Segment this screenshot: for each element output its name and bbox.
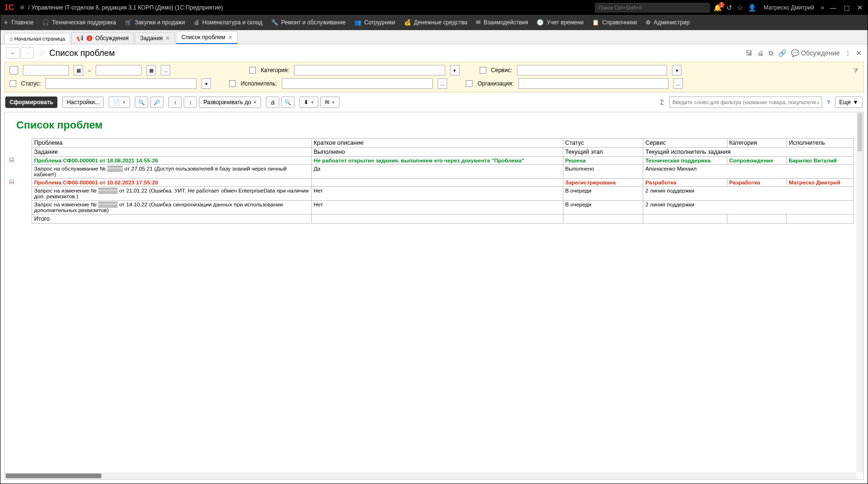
table-row[interactable]: Запрос на изменение № ▒▒▒▒▒ от 21.01.22 … [8,187,854,201]
find-button[interactable]: 🔍 [135,97,148,108]
send-report-button[interactable]: ✉▼ [320,97,340,108]
view-menu-icon[interactable]: ≡ [818,5,826,11]
back-button[interactable]: ← [6,47,20,59]
org-more-button[interactable]: … [673,78,683,89]
report-table: Проблема Краткое описание Статус Сервис … [8,138,854,224]
org-checkbox[interactable] [466,80,472,87]
col-task[interactable]: Задание [32,148,311,157]
global-search-input[interactable] [595,3,710,12]
funnel-icon[interactable]: ⧩ [853,66,858,75]
help-button[interactable]: ? [827,99,830,105]
dropdown-icon[interactable]: ▾ [450,65,460,75]
nav-item-purchases[interactable]: 🛒Закупки и продажи [125,19,185,26]
collapse-icon[interactable]: − [10,180,14,184]
col-problem[interactable]: Проблема [32,139,311,148]
col-stage[interactable]: Текущий этап [563,148,643,157]
nav-item-support[interactable]: 🎧Техническая поддержка [42,19,116,26]
col-status[interactable]: Статус [563,139,643,148]
discuss-button[interactable]: 💬 Обсуждение [791,49,840,57]
status-input[interactable] [45,78,197,89]
status-label: Статус: [21,80,41,87]
tab-home[interactable]: ⌂ Начальная страница [4,33,70,44]
scrollbar-vertical[interactable] [857,112,863,473]
nav-item-catalogs[interactable]: 📋Справочники [592,19,637,26]
expand-to-button[interactable]: Разворачивать до ▼ [199,97,261,108]
expand-groups-button[interactable]: ↕ [184,97,197,108]
date-to-input[interactable] [96,65,142,75]
group-row[interactable]: − Проблема СФ00-000001 от 10.02.2023 17:… [8,179,854,187]
save-icon[interactable]: 🖫 [746,49,752,57]
nav-item-time[interactable]: 🕑Учет времени [537,19,583,26]
category-checkbox[interactable] [249,67,256,74]
kebab-icon[interactable]: ⋮ [845,49,851,57]
service-checkbox[interactable] [480,67,486,74]
user-name[interactable]: Матреско Дмитрий [760,4,818,11]
nav-item-repair[interactable]: 🔧Ремонт и обслуживание [271,19,346,26]
preview-button[interactable]: 🔍 [281,97,295,108]
close-icon[interactable]: ✕ [165,35,170,42]
link-icon[interactable]: 🔗 [778,49,786,57]
bell-icon[interactable]: 🔔1 [714,4,722,11]
close-window-icon[interactable]: ✕ [854,4,866,11]
col-performer[interactable]: Исполнитель [787,139,854,148]
close-page-icon[interactable]: ✕ [856,49,862,57]
maximize-icon[interactable]: ▢ [841,4,853,11]
minimize-icon[interactable]: — [827,4,839,11]
period-more-button[interactable]: … [161,65,170,75]
org-label: Организация: [477,80,514,87]
category-input[interactable] [294,65,445,75]
service-input[interactable] [517,65,667,75]
calendar-icon[interactable]: ▦ [146,65,156,75]
settings-button[interactable]: Настройки... [62,97,104,108]
col-done[interactable]: Выполнено [311,148,563,157]
collapse-icon[interactable]: − [10,158,14,162]
save-report-button[interactable]: ⬇▼ [299,97,319,108]
nav-item-money[interactable]: 💰Денежные средства [404,19,468,26]
col-service[interactable]: Сервис [643,139,727,148]
col-summary[interactable]: Краткое описание [311,139,563,148]
group-row[interactable]: − Проблема СФ00-000001 от 18.08.2021 14:… [8,157,854,165]
nav-item-interactions[interactable]: ✉Взаимодействия [476,19,528,26]
doc-link-icon[interactable]: ⧉ [769,49,773,57]
find-next-button[interactable]: 🔎 [150,97,164,108]
burger-icon[interactable]: ≡ [16,3,28,12]
dropdown-icon[interactable]: ▾ [672,65,681,75]
nav-item-stock[interactable]: 🖨Номенклатура и склад [194,19,263,26]
report-filter-input[interactable] [669,97,822,108]
col-task-performer[interactable]: Текущий исполнитель задания [643,148,854,157]
nav-item-staff[interactable]: 👥Сотрудники [354,19,396,26]
col-category[interactable]: Категория [727,139,787,148]
favorite-icon[interactable]: ☆ [38,48,45,58]
scrollbar-horizontal[interactable] [5,473,857,479]
history-icon[interactable]: ↺ [726,4,732,11]
org-input[interactable] [518,78,669,89]
nav-item-admin[interactable]: ⚙Администрир [646,19,690,26]
forward-button[interactable]: → [21,47,34,59]
tab-discussions[interactable]: 📢1Обсуждения [71,32,134,44]
performer-more-button[interactable]: … [438,78,447,89]
sigma-icon[interactable]: Σ [660,98,664,106]
clock-icon: 🕑 [537,19,544,26]
user-icon[interactable]: 👤 [748,4,756,11]
more-button[interactable]: Еще ▼ [835,97,863,108]
nav-item-main[interactable]: ★Главное [3,19,33,26]
print-button[interactable]: 🖨 [266,97,279,108]
tab-tasks[interactable]: Задания✕ [135,32,175,44]
dropdown-icon[interactable]: ▾ [201,78,211,89]
report-title: Список проблем [16,119,854,131]
star-icon[interactable]: ☆ [737,4,743,11]
calendar-icon[interactable]: ▦ [74,65,83,75]
period-picker-button[interactable] [10,66,18,75]
print-icon[interactable]: 🖨 [757,49,764,57]
close-icon[interactable]: ✕ [228,34,232,41]
variants-button[interactable]: 📄▼ [109,97,130,108]
performer-input[interactable] [282,78,433,89]
table-row[interactable]: Запрос на изменение № ▒▒▒▒▒ от 14.10.22 … [8,201,854,215]
collapse-groups-button[interactable]: ↕ [168,97,182,108]
form-button[interactable]: Сформировать [5,97,57,108]
table-row[interactable]: Запрос на обслуживание № ▒▒▒▒ от 27.05.2… [8,165,854,179]
tab-problems-list[interactable]: Список проблем✕ [176,31,237,44]
status-checkbox[interactable] [10,80,16,87]
date-from-input[interactable] [23,65,69,75]
performer-checkbox[interactable] [229,80,236,87]
